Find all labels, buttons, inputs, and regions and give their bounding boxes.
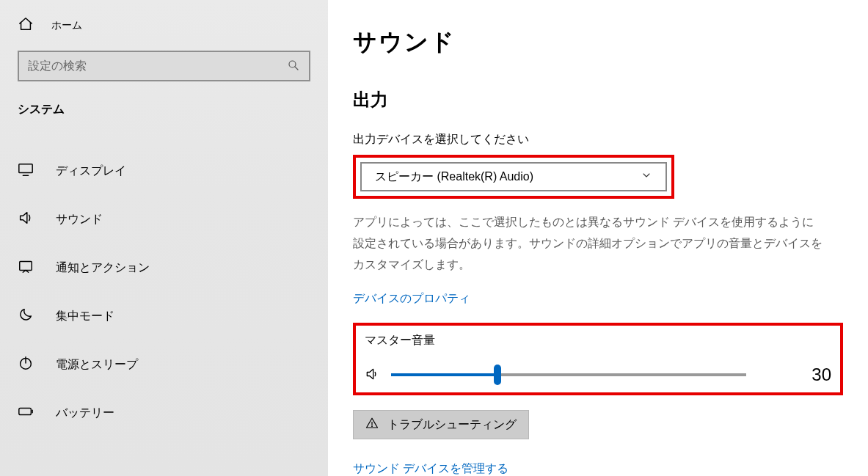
home-label: ホーム (51, 19, 82, 32)
slider-fill (391, 373, 497, 376)
sidebar-item-display[interactable]: ディスプレイ (18, 147, 310, 195)
sidebar-item-label: バッテリー (56, 406, 114, 421)
svg-point-5 (372, 426, 373, 427)
troubleshoot-button[interactable]: トラブルシューティング (353, 410, 529, 439)
search-input-wrapper[interactable] (18, 51, 310, 81)
svg-rect-4 (19, 408, 32, 414)
sidebar-item-label: 通知とアクション (56, 260, 150, 276)
output-section-title: 出力 (353, 88, 843, 111)
manage-sound-devices-link[interactable]: サウンド デバイスを管理する (353, 461, 508, 476)
master-volume-value: 30 (802, 365, 831, 385)
battery-icon (18, 403, 34, 422)
output-device-select[interactable]: スピーカー (Realtek(R) Audio) (360, 162, 667, 191)
slider-thumb[interactable] (494, 365, 501, 385)
nav-list: ディスプレイ サウンド 通知とアクション 集中モード (18, 147, 310, 437)
master-volume-highlight: マスター音量 30 (353, 323, 843, 395)
chevron-down-icon (641, 169, 652, 184)
warning-icon (365, 417, 379, 433)
search-icon (287, 59, 300, 74)
search-input[interactable] (28, 59, 287, 73)
sidebar-item-label: 電源とスリープ (56, 357, 138, 373)
page-title: サウンド (353, 26, 843, 59)
category-title: システム (18, 102, 310, 117)
sidebar-item-focus[interactable]: 集中モード (18, 292, 310, 340)
svg-rect-1 (19, 164, 32, 173)
troubleshoot-label: トラブルシューティング (387, 417, 517, 433)
output-device-highlight: スピーカー (Realtek(R) Audio) (353, 155, 674, 199)
display-icon (18, 161, 34, 180)
notification-icon (18, 258, 34, 277)
master-volume-label: マスター音量 (365, 333, 831, 348)
master-volume-row: 30 (365, 365, 831, 385)
home-nav[interactable]: ホーム (18, 0, 310, 51)
volume-low-icon (365, 367, 379, 384)
sidebar-item-label: 集中モード (56, 309, 114, 324)
main-content: サウンド 出力 出力デバイスを選択してください スピーカー (Realtek(R… (328, 0, 868, 476)
output-help-text: アプリによっては、ここで選択したものとは異なるサウンド デバイスを使用するように… (353, 212, 823, 275)
output-device-value: スピーカー (Realtek(R) Audio) (375, 169, 533, 185)
sidebar-item-label: サウンド (56, 212, 103, 227)
home-icon (18, 16, 34, 34)
sidebar-item-battery[interactable]: バッテリー (18, 389, 310, 437)
volume-icon (18, 210, 34, 229)
master-volume-slider[interactable] (391, 367, 746, 382)
output-device-label: 出力デバイスを選択してください (353, 132, 843, 147)
device-properties-link[interactable]: デバイスのプロパティ (353, 291, 470, 307)
sidebar-item-label: ディスプレイ (56, 164, 126, 179)
sidebar-item-power[interactable]: 電源とスリープ (18, 340, 310, 389)
sidebar-item-sound[interactable]: サウンド (18, 195, 310, 244)
power-icon (18, 355, 34, 374)
focus-icon (18, 307, 34, 326)
sidebar-item-notifications[interactable]: 通知とアクション (18, 244, 310, 292)
settings-sidebar: ホーム システム ディスプレイ サウンド (0, 0, 328, 476)
svg-rect-2 (20, 262, 32, 271)
